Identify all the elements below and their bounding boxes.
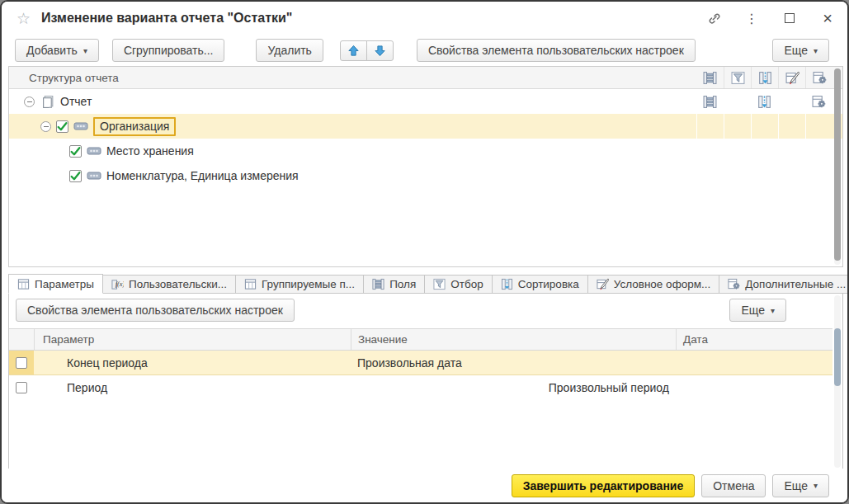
more-button[interactable]: Еще ▾ xyxy=(772,474,829,497)
tab-grouped-fields[interactable]: Группируемые п... xyxy=(236,275,364,294)
tree-header: Структура отчета xyxy=(9,67,842,89)
tab-additional-settings[interactable]: Дополнительные ... xyxy=(719,275,849,294)
grouping-icon xyxy=(87,171,101,181)
table-icon xyxy=(17,278,30,290)
move-up-button[interactable] xyxy=(340,40,367,61)
tree-row-label[interactable]: Отчет xyxy=(60,95,92,108)
fx-icon xyxy=(111,278,124,290)
scrollbar-thumb[interactable] xyxy=(834,68,841,261)
groupable-fields-icon[interactable] xyxy=(696,67,724,88)
tree-row-storage-place[interactable]: Место хранения xyxy=(9,139,842,163)
more-button[interactable]: Еще ▾ xyxy=(772,39,829,62)
close-icon[interactable]: × xyxy=(819,10,836,26)
tree-scrollbar xyxy=(834,68,841,265)
row-checkbox[interactable] xyxy=(16,357,27,369)
add-button[interactable]: Добавить ▾ xyxy=(15,39,99,62)
fields-icon xyxy=(372,278,384,290)
cancel-button[interactable]: Отмена xyxy=(701,474,766,497)
table-row-end-of-period[interactable]: Конец периода Произвольная дата xyxy=(9,351,832,375)
header-value[interactable]: Значение xyxy=(351,329,676,350)
row-checkbox[interactable] xyxy=(69,170,82,182)
filter-icon[interactable] xyxy=(724,67,751,88)
conditional-appearance-icon xyxy=(597,278,609,290)
chevron-down-icon: ▾ xyxy=(83,46,87,55)
table-row-period[interactable]: Период Произвольный период xyxy=(9,375,832,400)
date-cell[interactable] xyxy=(676,375,832,400)
additional-settings-icon[interactable] xyxy=(805,67,832,88)
tab-sorting[interactable]: Сортировка xyxy=(493,275,588,294)
tree-row-label[interactable]: Номенклатура, Единица измерения xyxy=(106,169,299,182)
scrollbar-thumb[interactable] xyxy=(834,328,841,386)
groupable-fields-icon[interactable] xyxy=(696,89,724,114)
tree-header-label: Структура отчета xyxy=(29,72,119,84)
tree-row-report[interactable]: Отчет xyxy=(9,89,842,114)
user-settings-properties-button[interactable]: Свойства элемента пользовательских настр… xyxy=(417,39,696,62)
finish-editing-button[interactable]: Завершить редактирование xyxy=(512,474,696,497)
check-icon xyxy=(69,145,82,158)
gear-icon xyxy=(728,278,740,290)
check-icon xyxy=(56,120,68,133)
tree-row-organization[interactable]: Организация xyxy=(9,114,842,139)
collapse-icon[interactable] xyxy=(40,121,51,132)
value-cell[interactable]: Произвольная дата xyxy=(351,351,676,374)
check-icon xyxy=(69,170,82,182)
conditional-appearance-icon[interactable] xyxy=(778,67,805,88)
title-bar: ☆ Изменение варианта отчета "Остатки" ⋮ … xyxy=(2,2,847,35)
tab-fields[interactable]: Поля xyxy=(364,275,425,294)
header-parameter[interactable]: Параметр xyxy=(34,329,351,350)
maximize-icon[interactable] xyxy=(781,10,798,26)
parameters-scrollbar xyxy=(834,295,841,468)
report-icon xyxy=(41,95,55,109)
tree-header-icon-columns xyxy=(696,67,832,88)
move-buttons xyxy=(340,40,394,61)
favorite-star-icon[interactable]: ☆ xyxy=(17,9,31,28)
more-menu-icon[interactable]: ⋮ xyxy=(743,10,760,26)
row-checkbox[interactable] xyxy=(56,120,68,133)
row-icon-columns xyxy=(696,89,832,114)
parameter-cell[interactable]: Конец периода xyxy=(34,351,351,374)
row-checkbox[interactable] xyxy=(16,382,27,393)
tree-row-label[interactable]: Место хранения xyxy=(106,144,194,158)
group-button[interactable]: Сгруппировать... xyxy=(112,39,225,62)
value-cell[interactable]: Произвольный период xyxy=(351,375,676,400)
parameters-table: Параметр Значение Дата Конец периода Про… xyxy=(9,328,832,400)
more-button[interactable]: Еще ▾ xyxy=(729,299,786,322)
tab-filter[interactable]: Отбор xyxy=(425,275,492,294)
move-down-button[interactable] xyxy=(366,40,394,61)
date-cell[interactable] xyxy=(676,351,832,374)
tree-row-nomenclature[interactable]: Номенклатура, Единица измерения xyxy=(9,163,842,188)
header-date[interactable]: Дата xyxy=(676,329,832,350)
dialog-title: Изменение варианта отчета "Остатки" xyxy=(41,11,292,26)
chevron-down-icon: ▾ xyxy=(771,306,775,315)
sort-icon[interactable] xyxy=(751,67,778,88)
sort-icon[interactable] xyxy=(751,89,778,114)
grouping-icon xyxy=(87,146,101,156)
tab-user-fields[interactable]: Пользовательски... xyxy=(103,275,236,294)
arrow-down-icon xyxy=(374,45,386,57)
report-structure-panel: Структура отчета Отчет xyxy=(8,66,843,267)
filter-icon xyxy=(433,278,446,290)
row-checkbox[interactable] xyxy=(69,145,82,158)
additional-settings-icon[interactable] xyxy=(805,89,832,114)
main-toolbar: Добавить ▾ Сгруппировать... Удалить Свой… xyxy=(2,36,847,64)
sort-icon xyxy=(501,278,513,290)
table-icon xyxy=(244,278,257,290)
settings-tabs: Параметры Пользовательски... Группируемы… xyxy=(8,274,840,294)
delete-button[interactable]: Удалить xyxy=(256,39,323,62)
table-header-row: Параметр Значение Дата xyxy=(9,328,832,351)
tab-parameters[interactable]: Параметры xyxy=(8,274,103,294)
parameters-panel: Свойства элемента пользовательских настр… xyxy=(8,293,843,470)
tab-conditional-appearance[interactable]: Условное оформ... xyxy=(588,275,720,294)
dialog-window: ☆ Изменение варианта отчета "Остатки" ⋮ … xyxy=(0,0,849,504)
collapse-icon[interactable] xyxy=(24,97,35,107)
get-link-icon[interactable] xyxy=(705,10,722,26)
current-cell[interactable]: Организация xyxy=(93,117,176,136)
footer: Завершить редактирование Отмена Еще ▾ xyxy=(2,469,847,502)
arrow-up-icon xyxy=(347,45,360,57)
parameter-cell[interactable]: Период xyxy=(34,375,351,400)
parameters-toolbar: Свойства элемента пользовательских настр… xyxy=(9,294,842,327)
chevron-down-icon: ▾ xyxy=(814,481,818,490)
grouping-icon xyxy=(73,121,88,131)
header-select-column xyxy=(9,329,34,350)
user-settings-properties-button[interactable]: Свойства элемента пользовательских настр… xyxy=(16,299,295,322)
